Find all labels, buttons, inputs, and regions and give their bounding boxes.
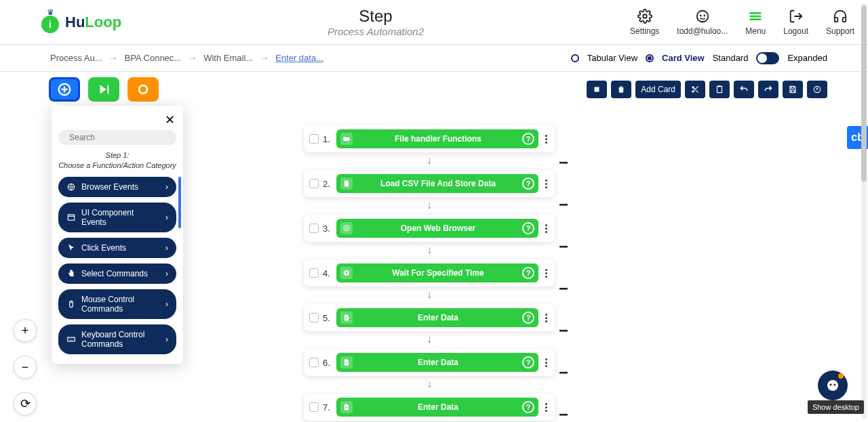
- step-number: 7.: [323, 402, 332, 413]
- menu-button[interactable]: Menu: [745, 9, 766, 36]
- collapse-handle[interactable]: −: [559, 405, 568, 422]
- chat-button[interactable]: [818, 371, 848, 400]
- close-panel-button[interactable]: ✕: [58, 112, 176, 130]
- step-pill[interactable]: File handler Functions ?: [336, 129, 538, 148]
- refresh-button[interactable]: [807, 81, 827, 98]
- record-button[interactable]: [127, 77, 159, 102]
- search-input[interactable]: [69, 133, 171, 142]
- logout-icon: [789, 9, 804, 24]
- step-column: 1. File handler Functions ? ↓ 2. Load CS…: [304, 121, 555, 422]
- undo-button[interactable]: [734, 81, 754, 98]
- expand-toggle[interactable]: [756, 52, 779, 64]
- svg-point-0: [697, 10, 709, 22]
- category-ui-component-events[interactable]: UI Component Events›: [58, 203, 176, 232]
- step-menu-button[interactable]: [542, 269, 549, 278]
- step-checkbox[interactable]: [309, 224, 319, 233]
- add-card-button[interactable]: Add Card: [635, 81, 681, 98]
- redo-button[interactable]: [758, 81, 778, 98]
- category-browser-events[interactable]: Browser Events›: [58, 177, 176, 197]
- category-keyboard-control[interactable]: Keyboard Control Commands›: [58, 324, 176, 354]
- step-checkbox[interactable]: [309, 402, 319, 412]
- collapse-handle[interactable]: −: [559, 279, 568, 298]
- step-menu-button[interactable]: [542, 135, 549, 144]
- step-checkbox[interactable]: [309, 179, 319, 188]
- zoom-out-button[interactable]: −: [14, 356, 37, 379]
- step-card-5[interactable]: 5. Enter Data ?: [304, 304, 555, 331]
- collapse-handle[interactable]: −: [559, 195, 568, 214]
- save-button[interactable]: [783, 81, 803, 98]
- step-card-6[interactable]: 6. Enter Data ?: [304, 349, 555, 376]
- step-card-4[interactable]: 4. Wait For Specified Time ?: [304, 259, 555, 287]
- help-icon[interactable]: ?: [522, 133, 534, 145]
- step-pill[interactable]: Enter Data ?: [336, 398, 538, 417]
- svg-rect-12: [68, 215, 74, 220]
- step-pill[interactable]: Open Web Browser ?: [336, 219, 538, 238]
- category-click-events[interactable]: Click Events›: [58, 238, 176, 258]
- step-pill[interactable]: Load CSV File And Store Data ?: [336, 174, 538, 193]
- help-icon[interactable]: ?: [522, 222, 534, 234]
- step-checkbox[interactable]: [309, 134, 319, 144]
- step-pill[interactable]: Enter Data ?: [336, 308, 538, 327]
- delete-button[interactable]: [611, 81, 631, 98]
- tabular-label[interactable]: Tabular View: [587, 53, 637, 63]
- step-label: Enter Data: [418, 402, 458, 412]
- step-checkbox[interactable]: [309, 358, 319, 367]
- scrollbar-thumb[interactable]: [861, 5, 867, 182]
- step-menu-button[interactable]: [542, 180, 549, 188]
- settings-label: Settings: [630, 26, 659, 36]
- function-search[interactable]: [58, 130, 176, 145]
- help-icon[interactable]: ?: [522, 177, 534, 190]
- help-icon[interactable]: ?: [522, 356, 534, 368]
- step-pill[interactable]: Enter Data ?: [336, 353, 538, 372]
- step-number: 5.: [323, 313, 332, 323]
- step-pill[interactable]: Wait For Specified Time ?: [336, 263, 538, 282]
- step-card-1[interactable]: 1. File handler Functions ?: [304, 125, 555, 152]
- crumb-2[interactable]: BPA Connec...: [125, 53, 182, 63]
- panel-scrollbar[interactable]: [178, 177, 181, 228]
- arrow-down-icon: ↓: [427, 247, 432, 255]
- add-button[interactable]: [49, 77, 80, 102]
- arrow-down-icon: ↓: [427, 336, 432, 344]
- step-checkbox[interactable]: [309, 313, 319, 322]
- card-label[interactable]: Card View: [662, 53, 705, 63]
- help-icon[interactable]: ?: [522, 312, 534, 324]
- user-button[interactable]: todd@huloo...: [677, 9, 728, 36]
- step-card-7[interactable]: 7. Enter Data ?: [304, 394, 555, 421]
- collapse-handle[interactable]: −: [559, 237, 568, 256]
- category-mouse-control[interactable]: Mouse Control Commands›: [58, 289, 176, 319]
- crumb-3[interactable]: With Email...: [203, 53, 253, 63]
- tabular-radio[interactable]: [571, 54, 579, 62]
- collapse-handle[interactable]: −: [559, 321, 568, 340]
- help-icon[interactable]: ?: [522, 401, 534, 413]
- help-icon[interactable]: ?: [522, 267, 534, 279]
- page-scrollbar[interactable]: [861, 3, 867, 419]
- support-button[interactable]: Support: [826, 9, 854, 36]
- card-radio[interactable]: [646, 54, 654, 62]
- close-icon: ✕: [165, 113, 175, 127]
- collapse-handle[interactable]: −: [559, 153, 568, 172]
- crumb-1[interactable]: Process Au...: [50, 53, 102, 63]
- stop-button[interactable]: [587, 81, 607, 98]
- logout-button[interactable]: Logout: [783, 9, 808, 36]
- step-menu-button[interactable]: [542, 403, 549, 412]
- settings-button[interactable]: Settings: [630, 9, 659, 36]
- step-card-3[interactable]: 3. Open Web Browser ?: [304, 215, 555, 242]
- collapse-handle[interactable]: −: [559, 363, 568, 382]
- play-button[interactable]: [88, 77, 119, 102]
- globe-icon: [66, 182, 76, 192]
- logo[interactable]: ♛ i HuLoop: [41, 9, 121, 36]
- step-checkbox[interactable]: [309, 268, 319, 278]
- function-list: Browser Events› UI Component Events› Cli…: [58, 177, 176, 354]
- step-card-2[interactable]: 2. Load CSV File And Store Data ?: [304, 170, 555, 197]
- zoom-reset-button[interactable]: ⟳: [14, 392, 37, 415]
- step-menu-button[interactable]: [542, 358, 549, 367]
- paste-button[interactable]: [709, 81, 730, 98]
- bot-icon: [825, 377, 841, 394]
- step-menu-button[interactable]: [542, 224, 549, 233]
- step-menu-button[interactable]: [542, 314, 549, 322]
- category-select-commands[interactable]: Select Commands›: [58, 263, 176, 284]
- file-icon: [340, 177, 353, 190]
- zoom-in-button[interactable]: +: [14, 319, 37, 342]
- crumb-current[interactable]: Enter data...: [275, 53, 323, 63]
- cut-button[interactable]: [685, 81, 705, 98]
